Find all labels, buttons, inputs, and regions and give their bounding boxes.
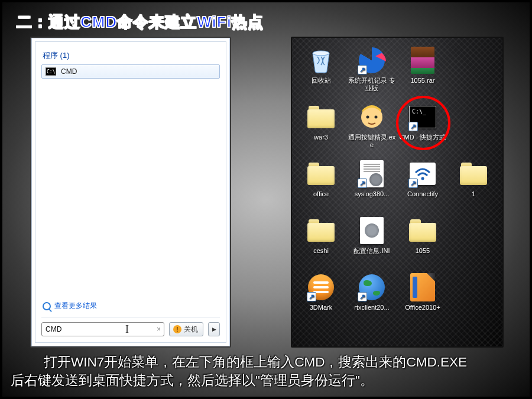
desktop-icon-label: 1055.rar <box>411 77 435 85</box>
desktop-icon-office-folder[interactable]: office <box>296 160 346 214</box>
shutdown-options-button[interactable]: ▶ <box>208 322 220 336</box>
cmd-icon: C:\ <box>46 67 56 76</box>
clear-search-button[interactable]: × <box>157 325 161 333</box>
desktop-icon-boot-recorder[interactable]: ↗系统开机记录 专业版 <box>346 46 397 100</box>
cmd-shortcut-icon: C:\_↗ <box>408 103 437 131</box>
desktop-icon-label: syslog380... <box>355 190 390 198</box>
programs-header: 程序 (1) <box>41 48 220 64</box>
3dmark-icon: ↗ <box>307 273 335 301</box>
desktop-icon-folder-1055[interactable]: 1055 <box>397 216 448 271</box>
start-menu-panel: 程序 (1) C:\ CMD 查看更多结果 I × ! 关机 <box>30 37 231 348</box>
desktop-icon-label: war3 <box>314 134 328 141</box>
folder-1-icon <box>459 160 488 188</box>
desktop-panel: 回收站↗系统开机记录 专业版1055.rarwar3通用按键精灵.exeC:\_… <box>291 37 504 348</box>
desktop-icon-3dmark[interactable]: ↗3DMark <box>296 273 346 327</box>
desktop-icon-keypress-wizard[interactable]: 通用按键精灵.exe <box>346 103 397 157</box>
program-result-cmd[interactable]: C:\ CMD <box>41 64 220 79</box>
desktop-icon-label: 系统开机记录 专业版 <box>348 77 396 92</box>
keypress-wizard-icon <box>358 103 386 131</box>
desktop-icon-label: 1 <box>472 190 475 198</box>
more-results-label: 查看更多结果 <box>54 301 97 311</box>
desktop-icon-connectify[interactable]: ↗Connectify <box>397 160 448 214</box>
desktop-icon-label: 3DMark <box>310 304 333 312</box>
shortcut-arrow-icon: ↗ <box>358 292 367 301</box>
desktop-icon-ceshi-folder[interactable]: ceshi <box>296 216 346 271</box>
desktop-icon-label: 回收站 <box>312 77 331 85</box>
connectify-icon: ↗ <box>408 160 437 188</box>
search-icon <box>43 302 51 310</box>
page-title: 二：通过CMD命令来建立WiFi热点 <box>17 12 264 33</box>
desktop-icon-label: Office2010+ <box>405 304 440 312</box>
desktop-icon-config-ini[interactable]: 配置信息.INI <box>346 216 397 271</box>
boot-recorder-icon: ↗ <box>358 46 386 74</box>
svg-point-0 <box>313 51 329 56</box>
office2010-icon <box>408 273 437 301</box>
svg-point-2 <box>366 116 369 119</box>
desktop-icon-label: rtxclient20... <box>354 304 389 312</box>
power-icon: ! <box>173 325 181 333</box>
see-more-results-link[interactable]: 查看更多结果 <box>41 297 220 317</box>
instruction-caption: 打开WIN7开始菜单，在左下角的框上输入CMD，搜索出来的CMD.EXE 后右键… <box>2 351 527 393</box>
desktop-icon-rtxclient[interactable]: ↗rtxclient20... <box>346 273 397 327</box>
svg-point-4 <box>421 177 424 180</box>
desktop-icon-cmd-shortcut[interactable]: C:\_↗CMD - 快捷方式 <box>397 103 448 157</box>
desktop-icon-label: Connectify <box>407 190 438 198</box>
search-input[interactable] <box>41 322 164 336</box>
office-folder-icon <box>307 160 335 188</box>
config-ini-icon <box>358 216 386 245</box>
ceshi-folder-icon <box>307 216 335 245</box>
shortcut-arrow-icon: ↗ <box>408 122 418 131</box>
svg-point-3 <box>375 116 378 119</box>
desktop-icon-label: 1055 <box>416 247 430 255</box>
text-cursor-icon: I <box>125 323 129 336</box>
desktop-icon-folder-1[interactable]: 1 <box>448 160 499 214</box>
desktop-icon-label: 配置信息.INI <box>353 247 390 255</box>
desktop-icon-office2010[interactable]: Office2010+ <box>397 273 448 327</box>
desktop-icon-label: office <box>313 190 329 198</box>
desktop-icon-syslog[interactable]: ↗syslog380... <box>346 160 397 214</box>
shortcut-arrow-icon: ↗ <box>307 292 316 301</box>
desktop-icon-rar-file[interactable]: 1055.rar <box>397 46 448 100</box>
shutdown-label: 关机 <box>184 325 198 335</box>
shutdown-button[interactable]: ! 关机 <box>169 322 203 336</box>
war3-folder-icon <box>307 103 335 131</box>
shortcut-arrow-icon: ↗ <box>408 179 418 188</box>
desktop-icon-label: CMD - 快捷方式 <box>400 134 446 141</box>
rtxclient-icon: ↗ <box>358 273 386 301</box>
rar-file-icon <box>408 46 437 74</box>
folder-1055-icon <box>408 216 437 245</box>
desktop-icon-label: 通用按键精灵.exe <box>348 134 396 148</box>
desktop-icon-label: ceshi <box>313 247 329 255</box>
desktop-icon-war3-folder[interactable]: war3 <box>296 103 346 157</box>
shortcut-arrow-icon: ↗ <box>358 179 367 188</box>
program-label: CMD <box>61 67 77 76</box>
syslog-icon: ↗ <box>358 160 386 188</box>
desktop-icon-recycle-bin[interactable]: 回收站 <box>296 46 346 100</box>
recycle-bin-icon <box>307 46 335 74</box>
shortcut-arrow-icon: ↗ <box>358 65 367 74</box>
